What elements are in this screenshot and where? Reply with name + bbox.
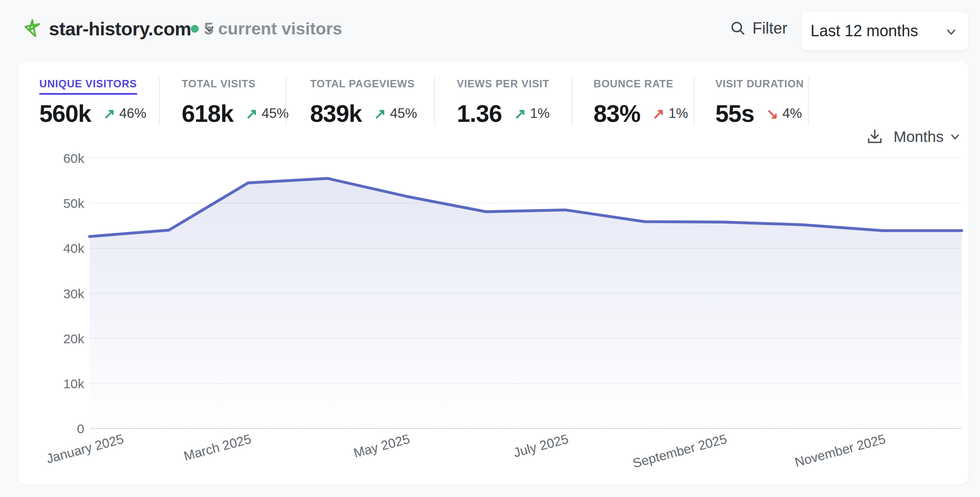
x-tick-label: May 2025 [352,431,411,460]
analytics-dashboard: { "header": { "site_name": "star-history… [0,0,980,497]
y-tick-label: 20k [63,331,85,346]
y-tick-label: 30k [63,286,85,301]
y-tick-label: 10k [63,376,85,391]
area-fill [90,178,962,428]
x-tick-label: November 2025 [793,431,887,469]
visitors-area-chart[interactable]: 010k20k30k40k50k60kJanuary 2025March 202… [0,0,980,497]
y-tick-label: 40k [63,241,85,255]
y-tick-label: 60k [63,151,85,166]
x-tick-label: September 2025 [631,431,728,470]
y-tick-label: 50k [63,196,85,211]
x-tick-label: July 2025 [512,431,570,460]
y-tick-label: 0 [77,421,84,436]
x-tick-label: January 2025 [45,431,125,466]
x-tick-label: March 2025 [182,431,253,463]
